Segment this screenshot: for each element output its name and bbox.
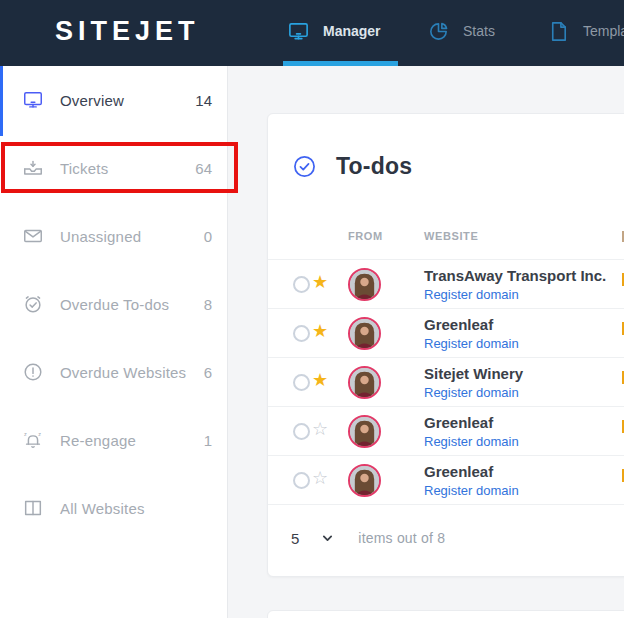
column-header-website: WEBSITE — [424, 230, 478, 242]
sidebar-item-label: Overdue To-dos — [60, 296, 204, 313]
tab-stats[interactable]: Stats — [427, 0, 495, 62]
register-domain-link[interactable]: Register domain — [424, 483, 519, 498]
exclamation-circle-icon — [22, 361, 44, 383]
sidebar-item-label: Overdue Websites — [60, 364, 204, 381]
top-navbar: SITEJET Manager Stats Temp — [0, 0, 624, 66]
sidebar-item-overdue-websites[interactable]: Overdue Websites 6 — [0, 338, 227, 406]
tab-label: Stats — [463, 23, 495, 39]
todo-row[interactable]: ★ Sitejet Winery Register domain — [268, 357, 624, 406]
sidebar-item-re-engage[interactable]: z z Re-engage 1 — [0, 406, 227, 474]
sidebar-item-count: 1 — [204, 432, 212, 449]
card-title: To-dos — [336, 153, 412, 180]
pagination: 5 items out of 8 — [291, 529, 445, 547]
complete-radio[interactable] — [293, 276, 310, 293]
sidebar-item-label: Unassigned — [60, 228, 204, 245]
chevron-down-icon[interactable] — [321, 532, 334, 545]
website-name: TransAway Transport Inc. — [424, 267, 606, 284]
complete-radio[interactable] — [293, 374, 310, 391]
sidebar-item-count: 14 — [195, 92, 212, 109]
star-icon[interactable]: ★ — [312, 369, 328, 391]
monitor-icon — [287, 20, 310, 43]
alarm-check-icon — [22, 293, 44, 315]
register-domain-link[interactable]: Register domain — [424, 385, 519, 400]
sidebar-item-count: 64 — [195, 160, 212, 177]
next-card-partial — [267, 610, 624, 618]
todo-row[interactable]: ☆ Greenleaf Register domain — [268, 406, 624, 455]
active-tab-underline — [283, 61, 398, 66]
tab-manager[interactable]: Manager — [287, 0, 381, 62]
complete-radio[interactable] — [293, 472, 310, 489]
sidebar-item-tickets[interactable]: Tickets 64 — [0, 134, 227, 202]
avatar — [348, 366, 381, 399]
sidebar-item-unassigned[interactable]: Unassigned 0 — [0, 202, 227, 270]
sidebar-item-count: 8 — [204, 296, 212, 313]
star-icon[interactable]: ★ — [312, 271, 328, 293]
todo-row[interactable]: ★ Greenleaf Register domain — [268, 308, 624, 357]
register-domain-link[interactable]: Register domain — [424, 287, 519, 302]
website-name: Greenleaf — [424, 316, 493, 333]
inbox-icon — [22, 157, 44, 179]
avatar — [348, 317, 381, 350]
star-icon[interactable]: ☆ — [312, 467, 328, 489]
tab-label: Manager — [323, 23, 381, 39]
star-icon[interactable]: ☆ — [312, 418, 328, 440]
website-name: Greenleaf — [424, 414, 493, 431]
website-name: Greenleaf — [424, 463, 493, 480]
tab-templates[interactable]: Templates — [547, 0, 624, 62]
sidebar-item-overview[interactable]: Overview 14 — [0, 66, 227, 134]
table-header-row: FROM WEBSITE — [268, 230, 624, 244]
envelope-icon — [22, 225, 44, 247]
sidebar-item-count: 0 — [204, 228, 212, 245]
active-item-indicator — [0, 66, 3, 136]
svg-text:z: z — [24, 431, 27, 437]
complete-radio[interactable] — [293, 325, 310, 342]
check-circle-icon — [293, 155, 316, 178]
sidebar-item-label: Overview — [60, 92, 195, 109]
monitor-icon — [22, 89, 44, 111]
sidebar-item-count: 6 — [204, 364, 212, 381]
star-icon[interactable]: ★ — [312, 320, 328, 342]
website-name: Sitejet Winery — [424, 365, 523, 382]
columns-icon — [22, 497, 44, 519]
register-domain-link[interactable]: Register domain — [424, 434, 519, 449]
column-header-from: FROM — [348, 230, 383, 242]
tab-label: Templates — [583, 23, 624, 39]
snooze-bell-icon: z z — [22, 429, 44, 451]
todo-row[interactable]: ★ TransAway Transport Inc. Register doma… — [268, 259, 624, 308]
complete-radio[interactable] — [293, 423, 310, 440]
pagination-label: items out of 8 — [358, 530, 445, 546]
svg-text:z: z — [38, 431, 41, 437]
document-icon — [547, 20, 570, 43]
sidebar: Overview 14 Tickets 64 Unassigned 0 — [0, 66, 228, 618]
sidebar-item-label: Tickets — [60, 160, 195, 177]
sidebar-item-overdue-todos[interactable]: Overdue To-dos 8 — [0, 270, 227, 338]
sidebar-item-label: Re-engage — [60, 432, 204, 449]
todos-card-header: To-dos — [293, 153, 412, 180]
todos-card: To-dos FROM WEBSITE ★ TransAway Transpor… — [267, 113, 624, 577]
sidebar-item-all-websites[interactable]: All Websites — [0, 474, 227, 542]
app-logo: SITEJET — [55, 0, 200, 62]
sidebar-item-label: All Websites — [60, 500, 212, 517]
todo-row[interactable]: ☆ Greenleaf Register domain — [268, 455, 624, 504]
avatar — [348, 268, 381, 301]
page-size-value[interactable]: 5 — [291, 530, 299, 547]
avatar — [348, 464, 381, 497]
avatar — [348, 415, 381, 448]
pie-chart-icon — [427, 20, 450, 43]
register-domain-link[interactable]: Register domain — [424, 336, 519, 351]
todo-list: ★ TransAway Transport Inc. Register doma… — [268, 259, 624, 505]
